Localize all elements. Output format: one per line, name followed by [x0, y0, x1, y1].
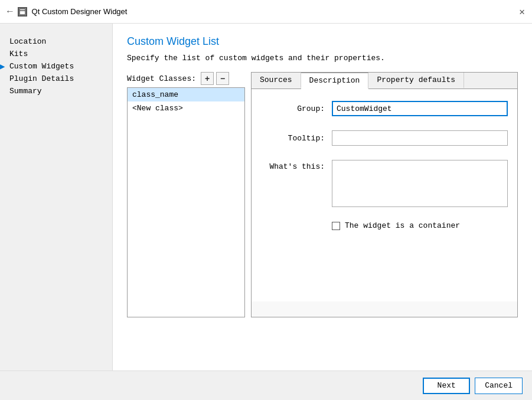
container-checkbox[interactable] [332, 222, 340, 230]
widget-classes-label: Widget Classes: [127, 74, 196, 83]
tooltip-input[interactable] [332, 130, 508, 146]
sidebar-label-location: Location [9, 37, 46, 46]
title-bar: ← Qt Custom Designer Widget ✕ [0, 0, 532, 24]
widget-classes-section: Widget Classes: + − class_name <New clas… [127, 72, 518, 317]
sidebar-item-location[interactable]: Location [6, 35, 106, 48]
sidebar-item-summary[interactable]: Summary [6, 85, 106, 97]
sidebar-label-summary: Summary [9, 87, 42, 96]
page-title: Custom Widget List [127, 35, 518, 48]
sidebar-arrow-icon: ▶ [0, 61, 5, 71]
sidebar: Location Kits ▶ Custom Widgets Plugin De… [0, 24, 112, 371]
sidebar-item-custom-widgets[interactable]: ▶ Custom Widgets [6, 60, 106, 73]
group-row: Group: [261, 101, 508, 116]
next-button[interactable]: Next [423, 378, 470, 394]
widget-classes-header: Widget Classes: + − [127, 72, 251, 85]
tab-property-defaults[interactable]: Property defaults [368, 73, 464, 88]
whats-this-input[interactable] [332, 160, 508, 207]
whats-this-row: What's this: [261, 160, 508, 207]
tab-description[interactable]: Description [301, 73, 369, 89]
tooltip-label: Tooltip: [261, 134, 332, 143]
sidebar-label-kits: Kits [9, 50, 28, 58]
title-bar-left: ← Qt Custom Designer Widget [7, 6, 127, 17]
remove-class-button[interactable]: − [216, 72, 229, 85]
close-button[interactable]: ✕ [519, 6, 525, 18]
list-item[interactable]: <New class> [128, 101, 244, 115]
cancel-button[interactable]: Cancel [475, 378, 523, 394]
page-subtitle: Specify the list of custom widgets and t… [127, 54, 518, 63]
container-label: The widget is a container [345, 221, 460, 230]
sidebar-item-kits[interactable]: Kits [6, 48, 106, 60]
tab-content-description: Group: Tooltip: What's this: [252, 89, 517, 301]
widget-list-box[interactable]: class_name <New class> [127, 87, 245, 317]
footer: Next Cancel [0, 371, 532, 400]
sidebar-label-custom-widgets: Custom Widgets [9, 62, 74, 71]
window-icon [18, 7, 27, 17]
tab-sources[interactable]: Sources [252, 73, 301, 88]
tabs-bar: Sources Description Property defaults [252, 73, 517, 89]
sidebar-item-plugin-details[interactable]: Plugin Details [6, 73, 106, 85]
list-item[interactable]: class_name [128, 88, 244, 101]
sidebar-label-plugin-details: Plugin Details [9, 74, 74, 83]
svg-rect-0 [19, 9, 25, 15]
main-area: Location Kits ▶ Custom Widgets Plugin De… [0, 24, 532, 371]
whats-this-label: What's this: [261, 162, 332, 171]
group-input[interactable] [332, 101, 508, 116]
container-checkbox-row: The widget is a container [261, 221, 508, 230]
group-label: Group: [261, 104, 332, 113]
tooltip-row: Tooltip: [261, 130, 508, 146]
content-area: Custom Widget List Specify the list of c… [112, 24, 532, 371]
add-class-button[interactable]: + [201, 72, 214, 85]
right-panel: Sources Description Property defaults Gr… [251, 72, 518, 317]
widget-classes-left: Widget Classes: + − class_name <New clas… [127, 72, 251, 317]
back-button[interactable]: ← [7, 6, 13, 17]
title-bar-title: Qt Custom Designer Widget [32, 7, 128, 16]
